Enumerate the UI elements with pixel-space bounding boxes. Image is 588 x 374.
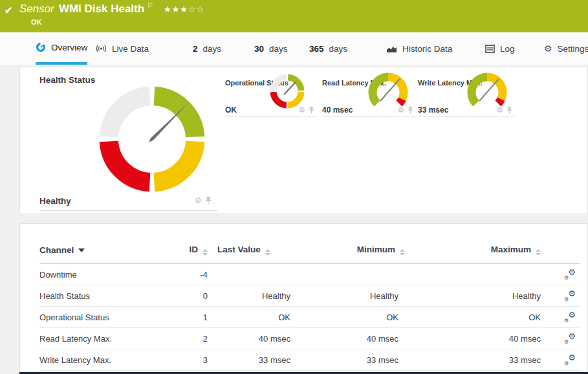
area-chart-icon	[386, 45, 397, 53]
mini-gauge-operational-status: Operational Status OK ⚙	[225, 75, 317, 116]
cell-channel: Health Status	[39, 285, 175, 307]
column-header-last-value[interactable]: Last Value	[208, 241, 298, 264]
gear-icon: ⚙	[544, 43, 552, 54]
channel-settings-gears-icon[interactable]: ⚙⚙	[564, 311, 576, 322]
pin-icon[interactable]	[408, 107, 413, 114]
cell-last-value: 40 msec	[208, 328, 298, 349]
column-header-channel[interactable]: Channel	[39, 241, 175, 264]
sort-desc-icon	[78, 248, 85, 252]
cell-maximum	[405, 264, 541, 285]
table-row-read-latency[interactable]: Read Latency Max. 2 40 msec 40 msec 40 m…	[39, 328, 580, 349]
table-row-health-status[interactable]: Health Status 0 Healthy Healthy Healthy …	[39, 285, 580, 307]
cell-minimum: 40 msec	[298, 328, 405, 349]
sort-icon	[202, 249, 208, 256]
tab-number: 365	[309, 44, 324, 54]
pin-icon[interactable]	[506, 107, 512, 114]
sort-icon	[400, 249, 405, 256]
pin-icon[interactable]	[309, 107, 314, 114]
tab-live-data[interactable]: Live Data	[96, 32, 149, 65]
stars-empty[interactable]: ☆☆	[188, 5, 204, 14]
mini-gauge-value: OK	[225, 105, 237, 115]
tab-bar: Overview Live Data 2 days 30 days 365 da…	[0, 32, 588, 65]
sensor-title-line: SensorWMI Disk Health⚐★★★☆☆	[19, 3, 204, 16]
channels-panel: Channel ID Last Value Minimum Maximum Do…	[19, 223, 588, 373]
tab-30-days[interactable]: 30 days	[254, 32, 288, 65]
gear-icon[interactable]: ⚙	[298, 106, 305, 114]
cell-last-value: Healthy	[208, 285, 298, 307]
tab-unit: days	[329, 44, 348, 54]
cell-channel: Read Latency Max.	[39, 328, 175, 349]
tab-365-days[interactable]: 365 days	[309, 32, 347, 65]
operational-status-gauge	[269, 73, 305, 109]
cell-minimum: Healthy	[298, 285, 405, 307]
cell-maximum: 40 msec	[405, 328, 541, 349]
channels-table: Channel ID Last Value Minimum Maximum Do…	[39, 241, 580, 371]
table-row-operational-status[interactable]: Operational Status 1 OK OK OK ⚙⚙	[39, 307, 580, 328]
gauge-icon	[36, 42, 46, 52]
tab-overview[interactable]: Overview	[36, 32, 87, 65]
tab-label: Overview	[51, 43, 87, 52]
flag-icon: ⚐	[147, 1, 153, 9]
column-header-maximum[interactable]: Maximum	[405, 241, 541, 264]
sensor-header: ✔ SensorWMI Disk Health⚐★★★☆☆ OK	[0, 0, 588, 32]
cell-id: 3	[175, 349, 208, 371]
gauge-segment-none	[109, 96, 149, 137]
column-header-minimum[interactable]: Minimum	[298, 241, 405, 264]
cell-channel: Write Latency Max.	[39, 349, 175, 371]
tab-number: 30	[254, 44, 264, 54]
cell-id: 0	[175, 285, 208, 307]
column-header-id[interactable]: ID	[175, 241, 208, 264]
mini-gauge-value: 33 msec	[418, 105, 448, 115]
priority-stars[interactable]: ★★★☆☆	[164, 5, 204, 14]
tab-settings[interactable]: ⚙ Settings	[544, 32, 588, 65]
page-title: WMI Disk Health	[59, 3, 144, 15]
gear-icon[interactable]: ⚙	[496, 106, 503, 114]
cell-last-value	[208, 264, 298, 285]
table-row-downtime[interactable]: Downtime -4 ⚙⚙	[39, 264, 580, 285]
gear-icon[interactable]: ⚙	[397, 106, 404, 114]
gauges-panel: Health Status Healthy ⚙ Operational Stat…	[19, 67, 588, 214]
tab-2-days[interactable]: 2 days	[193, 32, 221, 65]
gauge-toolbar: ⚙	[298, 106, 314, 114]
cell-minimum	[298, 264, 405, 285]
tab-label: Historic Data	[402, 44, 452, 54]
tab-number: 2	[193, 44, 198, 54]
cell-channel: Operational Status	[39, 307, 175, 328]
cell-minimum: 33 msec	[298, 349, 405, 371]
tab-label: Log	[500, 44, 515, 54]
table-row-write-latency[interactable]: Write Latency Max. 3 33 msec 33 msec 33 …	[39, 349, 580, 371]
channel-settings-gears-icon[interactable]: ⚙⚙	[564, 290, 576, 300]
gauge-toolbar: ⚙	[195, 197, 212, 204]
channel-settings-gears-icon[interactable]: ⚙⚙	[564, 269, 576, 279]
health-status-gauge-value: Healthy	[39, 196, 71, 206]
tab-historic-data[interactable]: Historic Data	[386, 32, 452, 65]
status-ok-check-icon: ✔	[5, 5, 13, 16]
mini-gauge-value: 40 msec	[322, 105, 353, 115]
cell-id: 2	[175, 328, 208, 349]
channel-settings-gears-icon[interactable]: ⚙⚙	[564, 354, 576, 364]
sensor-status-badge: OK	[31, 18, 42, 26]
cell-maximum: 33 msec	[405, 349, 541, 371]
gauge-toolbar: ⚙	[397, 106, 413, 114]
mini-gauge-write-latency: Write Latency Max. 33 msec ⚙	[418, 75, 515, 116]
pin-icon[interactable]	[205, 197, 212, 204]
tab-unit: days	[203, 44, 222, 54]
cell-last-value: 33 msec	[208, 349, 298, 371]
cell-id: -4	[175, 264, 208, 285]
cell-last-value: OK	[208, 307, 298, 328]
stars-filled[interactable]: ★★★	[164, 5, 188, 14]
gauge-toolbar: ⚙	[496, 106, 512, 114]
health-status-gauge-title: Health Status	[39, 75, 95, 85]
live-signal-icon	[96, 44, 107, 53]
table-header-row: Channel ID Last Value Minimum Maximum	[39, 241, 580, 264]
log-list-icon	[485, 45, 495, 53]
health-status-gauge	[96, 83, 208, 195]
channel-settings-gears-icon[interactable]: ⚙⚙	[564, 333, 576, 343]
tab-label: Settings	[558, 44, 588, 54]
cell-channel: Downtime	[39, 264, 175, 285]
gauge-needle	[284, 82, 296, 94]
tab-log[interactable]: Log	[485, 32, 515, 65]
tab-label: Live Data	[112, 44, 149, 54]
gear-icon[interactable]: ⚙	[195, 197, 202, 204]
tab-unit: days	[269, 44, 288, 54]
